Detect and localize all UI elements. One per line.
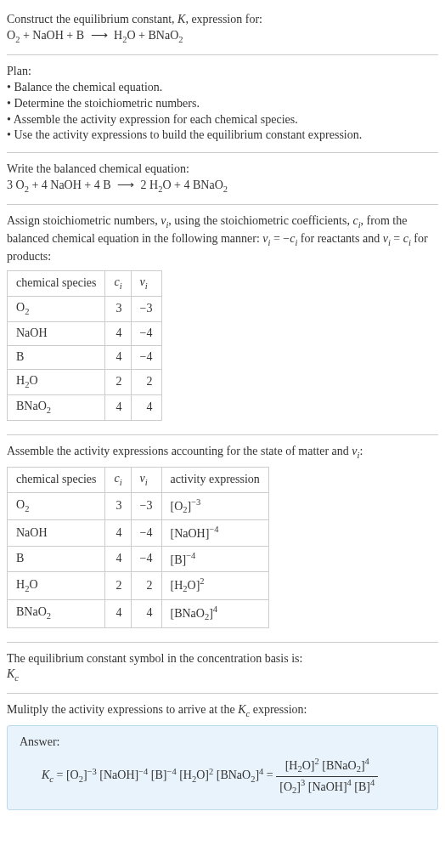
cell-nu: 2 xyxy=(131,572,161,600)
arrow-icon: ⟶ xyxy=(87,29,111,42)
species-h2o-o: O xyxy=(162,179,171,191)
balanced-intro: Write the balanced chemical equation: xyxy=(7,162,189,175)
divider xyxy=(7,54,438,55)
cell-species: O2 xyxy=(8,296,105,321)
table-row: BNaO244[BNaO2]4 xyxy=(8,599,269,627)
plan-bullet-4: • Use the activity expressions to build … xyxy=(7,128,362,141)
cell-activity: [NaOH]−4 xyxy=(161,520,268,547)
cell-c: 2 xyxy=(105,369,131,394)
table-row: NaOH4−4[NaOH]−4 xyxy=(8,520,269,547)
table-row: B4−4[B]−4 xyxy=(8,546,269,572)
col-c: ci xyxy=(105,467,131,492)
plan-bullet-3: • Assemble the activity expression for e… xyxy=(7,113,298,126)
stoich-table-1: chemical species ci νi O23−3 NaOH4−4 B4−… xyxy=(7,270,162,421)
term: [B] xyxy=(352,780,370,793)
kc-sub: c xyxy=(14,673,19,683)
cell-species: H2O xyxy=(8,572,105,600)
term: [NaOH] xyxy=(97,769,138,782)
col-nu: νi xyxy=(131,271,161,297)
term: [O xyxy=(66,769,79,782)
cell-c: 4 xyxy=(105,546,131,572)
kc-symbol: K xyxy=(238,703,245,716)
act-text: O] xyxy=(188,579,200,592)
construct-text: Construct the equilibrium constant, xyxy=(7,13,177,26)
term: [H xyxy=(285,759,298,772)
sp-sub: 2 xyxy=(47,611,51,621)
unbalanced-equation: O2 + NaOH + B ⟶ H2O + BNaO2 xyxy=(7,29,183,42)
sub-i: i xyxy=(145,281,148,291)
table-row: BNaO244 xyxy=(8,394,162,420)
sup: 4 xyxy=(365,757,369,766)
term: O] xyxy=(302,759,315,772)
sp-sub: 2 xyxy=(47,405,51,414)
act-text: [NaOH] xyxy=(171,527,210,540)
answer-box: Answer: Kc = [O2]−3 [NaOH]−4 [B]−4 [H2O]… xyxy=(7,725,438,809)
answer-equation: Kc = [O2]−3 [NaOH]−4 [B]−4 [H2O]2 [BNaO2… xyxy=(20,756,425,797)
cell-species: NaOH xyxy=(8,520,105,547)
divider xyxy=(7,152,438,153)
cell-c: 2 xyxy=(105,572,131,600)
eq-sign: = xyxy=(54,769,66,782)
sp-text: BNaO xyxy=(16,400,47,412)
cell-c: 4 xyxy=(105,520,131,547)
cell-nu: −3 xyxy=(131,492,161,520)
coef-4: 2 xyxy=(141,179,150,191)
cell-species: NaOH xyxy=(8,321,105,345)
cell-activity: [B]−4 xyxy=(161,546,268,572)
species-bnao2-sub: 2 xyxy=(178,35,183,44)
sup: −3 xyxy=(87,767,97,776)
arrow-icon: ⟶ xyxy=(114,179,138,191)
sub-i: i xyxy=(145,477,148,486)
act-sup: −4 xyxy=(186,551,195,560)
act-text: [O xyxy=(171,499,183,512)
cell-c: 4 xyxy=(105,394,131,420)
cell-c: 4 xyxy=(105,345,131,369)
plus: + xyxy=(29,179,42,191)
stoich-table-2: chemical species ci νi activity expressi… xyxy=(7,467,269,628)
table-row: H2O22[H2O]2 xyxy=(8,572,269,600)
coef-2: 4 xyxy=(42,179,51,191)
cell-nu: −4 xyxy=(131,520,161,547)
species-bnao2: BNaO xyxy=(148,29,178,42)
sp-text: O xyxy=(16,301,25,314)
term: [O xyxy=(279,780,292,793)
table-row: H2O22 xyxy=(8,369,162,394)
sp-text: O xyxy=(29,374,37,387)
plan-bullet-1: • Balance the chemical equation. xyxy=(7,81,162,94)
sup: 4 xyxy=(370,778,375,787)
sub-i: i xyxy=(120,477,122,486)
act-sup: −3 xyxy=(191,497,200,507)
cell-species: B xyxy=(8,345,105,369)
table-row: O23−3 xyxy=(8,296,162,321)
species-h2o-h: H xyxy=(149,179,158,191)
plus-2: + xyxy=(64,29,76,42)
species-bnao2: BNaO xyxy=(193,179,223,191)
multiply-section: Mulitply the activity expressions to arr… xyxy=(7,697,438,814)
term: O] xyxy=(196,769,209,782)
cell-nu: −4 xyxy=(131,345,161,369)
act-text: [H xyxy=(171,579,183,592)
plus: + xyxy=(172,179,184,191)
sp-text: O xyxy=(29,578,37,591)
species-naoh: NaOH xyxy=(50,179,82,191)
cell-species: BNaO2 xyxy=(8,599,105,627)
coef-3: 4 xyxy=(94,179,104,191)
assign-text-4: for reactants and xyxy=(297,232,382,245)
eq-neg: = − xyxy=(270,232,290,245)
eq-sign: = xyxy=(263,769,276,782)
species-o2: O xyxy=(7,29,15,42)
plan-section: Plan: • Balance the chemical equation. •… xyxy=(7,59,438,149)
divider xyxy=(7,204,438,205)
cell-nu: −4 xyxy=(131,321,161,345)
eq-sign: = xyxy=(391,232,403,245)
answer-label: Answer: xyxy=(20,735,425,751)
term: [BNaO xyxy=(319,759,357,772)
cell-c: 4 xyxy=(105,321,131,345)
col-nu: νi xyxy=(131,467,161,492)
k-symbol: K xyxy=(177,13,185,26)
cell-activity: [H2O]2 xyxy=(161,572,268,600)
table-row: O23−3[O2]−3 xyxy=(8,492,269,520)
plus: + xyxy=(82,179,94,191)
term: [NaOH] xyxy=(305,780,346,793)
numerator: [H2O]2 [BNaO2]4 xyxy=(276,756,378,777)
